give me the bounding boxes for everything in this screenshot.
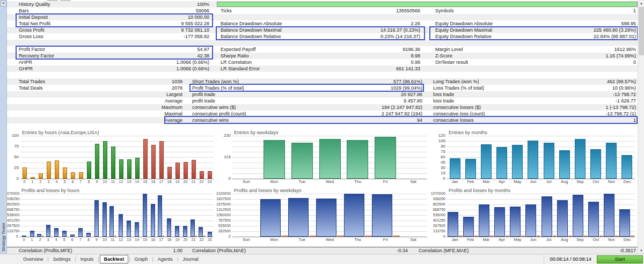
y-axis-label: 105 (430, 139, 445, 143)
chart-title: Profits and losses by weekdays (234, 188, 430, 194)
progress-fill (217, 2, 637, 6)
chart-slot (232, 136, 260, 179)
x-axis-label: 14 (133, 179, 141, 185)
tab-agents[interactable]: Agents (154, 255, 177, 263)
stat-value: 20 927.86 (343, 91, 422, 98)
table-row (7, 40, 638, 46)
close-icon[interactable]: × (1, 1, 6, 6)
stat-label (7, 40, 157, 46)
y-axis-label: 535000 (430, 213, 445, 217)
x-axis-label: Thu (343, 237, 371, 243)
chart-slot (344, 194, 372, 237)
profit-bar (208, 232, 212, 237)
x-axis-label: 14 (133, 237, 141, 243)
x-axis-label: 0 (20, 237, 28, 243)
x-axis-label: Tue (288, 237, 316, 243)
y-axis-label: 668750 (7, 208, 18, 212)
chart-slot (28, 136, 36, 179)
monthblue-bar (528, 141, 538, 179)
usa-bar (192, 160, 196, 179)
profit-bar (316, 199, 336, 237)
x-axis-label: Sep (572, 237, 588, 243)
asia-bar (55, 160, 59, 179)
stat-value: 1.0066 (0.66%) (157, 59, 209, 65)
profit-bar (109, 206, 114, 237)
tab-journal[interactable]: Journal (179, 255, 202, 263)
x-axis-label: 11 (109, 237, 117, 243)
profit-bar (494, 207, 505, 237)
chart-slot (316, 194, 344, 237)
y-axis-label: 75 (7, 144, 19, 149)
strategy-tester-panel: × Strategy Tester History Quality100%Bar… (0, 0, 644, 264)
x-axis-label: Jun (525, 237, 541, 243)
x-axis-label: 15 (141, 237, 149, 243)
chart-slot (494, 136, 510, 179)
table-row: Gross Loss-177 058.82Balance Drawdown Re… (7, 33, 638, 40)
x-axis-label: 16 (149, 179, 157, 185)
stat-label: Long Trades (won %) (433, 78, 537, 85)
x-axis-label: Jan (447, 179, 463, 185)
chart-slot (28, 194, 36, 237)
start-button[interactable]: Start (597, 255, 643, 263)
stat-label (221, 40, 355, 46)
asia-bar (71, 172, 75, 179)
x-axis-label: Jun (525, 179, 541, 185)
x-axis-label: Mon (260, 237, 288, 243)
stat-label: GHPR (7, 65, 157, 72)
scroll-up-icon[interactable]: ▲ (638, 0, 644, 6)
scroll-down-icon[interactable]: ▼ (638, 247, 644, 254)
chart-slot (181, 194, 189, 237)
loss-bar (631, 236, 634, 237)
x-axis-label: 6 (68, 237, 76, 243)
usa-bar (143, 139, 148, 179)
stat-value (569, 14, 636, 20)
stat-label: Balance Drawdown Absolute (221, 20, 355, 27)
stat-value: 1 (569, 8, 636, 14)
stat-value: 225 460.80 (3.29%) (569, 27, 636, 33)
chart-slot (133, 136, 141, 179)
chart-slot (232, 194, 260, 237)
weekgreen-bar (291, 143, 313, 179)
chart-slot (68, 194, 76, 237)
loss-bar (521, 236, 525, 237)
tab-settings[interactable]: Settings (49, 255, 75, 263)
stat-label: Total Deals (7, 85, 157, 91)
tab-backtest[interactable]: Backtest (100, 255, 129, 263)
y-axis-label: 133750 (7, 229, 18, 233)
vertical-scrollbar[interactable]: ▲ ▼ (638, 0, 644, 254)
stat-value: Largest (157, 91, 182, 98)
chart: Profits and losses by weekdays2100000183… (216, 187, 430, 244)
x-axis-label: 8 (84, 237, 92, 243)
x-axis-label: 1 (28, 237, 36, 243)
chart-slot (109, 194, 117, 237)
chart-slot (478, 194, 494, 237)
stat-label: Recovery Factor (7, 53, 157, 59)
weekgreen-bar (375, 137, 396, 179)
stat-label: History Quality (7, 1, 157, 8)
x-axis-label: May (510, 179, 525, 185)
profit-bar (573, 195, 583, 237)
chart-slot (260, 194, 288, 237)
x-axis-label: 4 (52, 237, 60, 243)
monthblue-bar (559, 150, 570, 179)
y-axis-label: 30 (430, 166, 445, 170)
loss-bar (203, 236, 205, 237)
tab-inputs[interactable]: Inputs (77, 255, 98, 263)
chart-slot (260, 136, 288, 179)
tab-graph[interactable]: Graph (130, 255, 151, 263)
stat-label: OnTester result (435, 59, 569, 65)
chart-slot (100, 194, 108, 237)
monthblue-bar (496, 147, 507, 179)
profit-bar (619, 209, 630, 237)
gridline (232, 179, 427, 179)
tab-overview[interactable]: Overview (19, 255, 47, 263)
scrollbar-thumb[interactable] (639, 7, 644, 55)
loss-bar (42, 236, 43, 237)
loss-bar (553, 236, 557, 237)
monthblue-bar (512, 145, 523, 179)
stat-label: Initial Deposit (7, 14, 157, 20)
chart-slot (541, 136, 557, 179)
europe-bar (111, 146, 115, 179)
chart-slot (463, 136, 478, 179)
x-axis-label: 19 (173, 237, 181, 243)
